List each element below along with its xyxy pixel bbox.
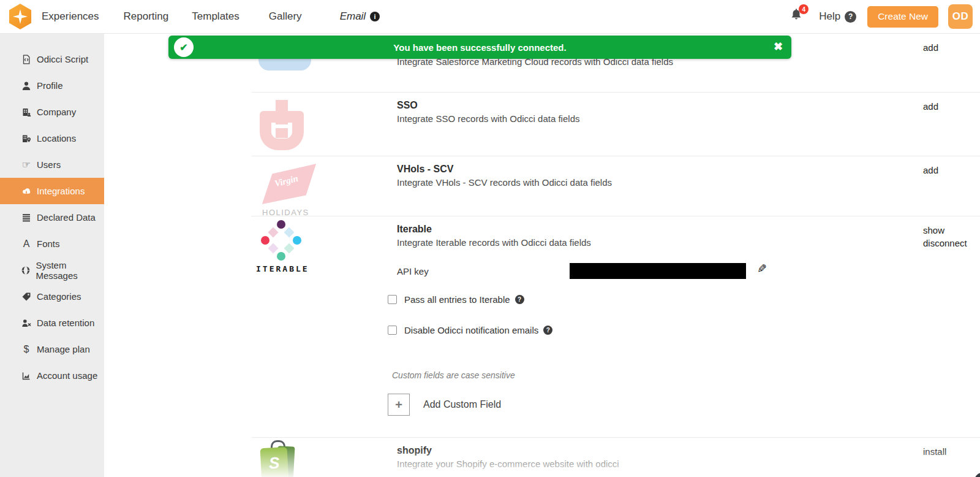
sidebar-label: Company: [37, 107, 76, 117]
integration-row-iterable: ITERABLE Iterable Integrate Iterable rec…: [251, 216, 980, 437]
integration-row-vhols-scv: Virgin HOLIDAYS VHols - SCV Integrate VH…: [251, 156, 980, 216]
pass-entries-label: Pass all entries to Iterable: [404, 294, 510, 305]
sidebar-item-users[interactable]: ☞ Users: [0, 151, 104, 178]
account-usage-icon: [21, 371, 32, 381]
locations-icon: [21, 134, 32, 143]
script-icon: [21, 55, 32, 64]
disable-emails-checkbox-row: Disable Odicci notification emails ?: [388, 325, 552, 335]
install-link[interactable]: install: [923, 446, 946, 457]
sidebar-item-fonts[interactable]: A Fonts: [0, 231, 104, 257]
close-icon[interactable]: ✖: [774, 41, 783, 52]
sidebar-label: Data retention: [37, 318, 94, 328]
sidebar-label: Locations: [37, 133, 76, 143]
notifications-button[interactable]: 4: [790, 8, 803, 25]
notification-badge: 4: [799, 4, 809, 14]
disable-emails-checkbox[interactable]: [388, 326, 397, 335]
question-icon[interactable]: ?: [543, 326, 552, 335]
declared-data-icon: [21, 213, 32, 223]
create-new-button[interactable]: Create New: [867, 6, 938, 28]
add-custom-field-label: Add Custom Field: [423, 399, 501, 410]
disable-emails-label: Disable Odicci notification emails: [404, 325, 538, 335]
plus-icon: +: [388, 394, 410, 416]
sidebar-item-company[interactable]: Company: [0, 99, 104, 125]
shopify-logo-letter: S: [268, 454, 280, 473]
virgin-holidays-logo: Virgin HOLIDAYS: [258, 162, 326, 219]
sidebar-item-system-messages[interactable]: System Messages: [0, 257, 104, 283]
iterable-logo-shape: [284, 227, 295, 238]
add-link[interactable]: add: [923, 42, 938, 53]
integration-description: Integrate your Shopify e-commerce websit…: [397, 459, 619, 469]
integration-title: VHols - SCV: [397, 164, 453, 175]
integration-row-shopify: S shopify Integrate your Shopify e-comme…: [251, 437, 980, 477]
add-custom-field-button[interactable]: + Add Custom Field: [388, 394, 501, 416]
system-messages-icon: [21, 265, 31, 275]
pass-entries-checkbox[interactable]: [388, 295, 397, 304]
integration-title: SSO: [397, 100, 418, 111]
sso-logo-shape: [276, 128, 288, 138]
logo-star-icon: [13, 9, 28, 24]
integrations-icon: [21, 186, 32, 196]
api-key-value-redacted: [570, 263, 746, 279]
case-sensitive-note: Custom fields are case sensitive: [392, 370, 515, 380]
sidebar: Odicci Script Profile Company Locations …: [0, 34, 104, 477]
categories-icon: [21, 292, 32, 302]
bell-icon: [790, 14, 803, 25]
manage-plan-icon: $: [21, 345, 32, 354]
nav-item-experiences[interactable]: Experiences: [42, 10, 99, 23]
sidebar-item-data-retention[interactable]: Data retention: [0, 310, 104, 336]
api-key-label: API key: [397, 266, 429, 277]
odicci-logo-icon: [7, 4, 33, 29]
iterable-logo-shape: [284, 243, 295, 254]
sidebar-label: Manage plan: [37, 344, 90, 354]
show-link[interactable]: show: [923, 225, 944, 235]
success-banner: ✔ You have been successfully connected. …: [168, 36, 791, 59]
sidebar-item-manage-plan[interactable]: $ Manage plan: [0, 336, 104, 362]
nav-item-email[interactable]: Email i: [340, 10, 380, 23]
integration-title: shopify: [397, 445, 432, 456]
app-window: Experiences Reporting Templates Gallery …: [0, 0, 980, 477]
nav-item-reporting[interactable]: Reporting: [124, 10, 169, 23]
help-button[interactable]: Help ?: [819, 10, 856, 23]
integration-description: Integrate Iterable records with Odicci d…: [397, 237, 591, 248]
header-right: 4 Help ? Create New OD: [790, 4, 980, 29]
info-icon[interactable]: i: [370, 12, 380, 21]
sidebar-label: Profile: [37, 80, 63, 91]
add-link[interactable]: add: [923, 165, 938, 175]
sidebar-label: Declared Data: [37, 212, 96, 223]
integration-title: Iterable: [397, 224, 432, 235]
fonts-icon: A: [21, 239, 32, 249]
sidebar-item-account-usage[interactable]: Account usage: [0, 362, 104, 389]
iterable-logo: ITERABLE: [261, 220, 316, 275]
sidebar-label: System Messages: [36, 260, 104, 281]
integration-row-sso: SSO Integrate SSO records with Odicci da…: [251, 92, 980, 156]
iterable-logo-shape: [268, 227, 279, 238]
iterable-logo-dot: [277, 252, 285, 261]
iterable-logo-dot: [293, 236, 301, 245]
sso-logo: [260, 100, 304, 151]
sidebar-item-odicci-script[interactable]: Odicci Script: [0, 46, 104, 72]
iterable-logo-dot: [277, 220, 285, 229]
sidebar-label: Integrations: [37, 186, 85, 196]
sidebar-item-categories[interactable]: Categories: [0, 283, 104, 310]
success-message: You have been successfully connected.: [168, 42, 791, 53]
question-icon[interactable]: ?: [515, 295, 524, 304]
edit-pencil-icon[interactable]: ✎: [757, 262, 767, 276]
iterable-logo-dot: [261, 236, 270, 245]
nav-item-templates[interactable]: Templates: [192, 10, 239, 23]
sidebar-item-integrations[interactable]: Integrations: [0, 178, 104, 204]
user-avatar[interactable]: OD: [948, 4, 973, 29]
pass-entries-checkbox-row: Pass all entries to Iterable ?: [388, 294, 524, 305]
integration-description: Integrate VHols - SCV records with Odicc…: [397, 177, 612, 188]
sidebar-item-locations[interactable]: Locations: [0, 125, 104, 151]
help-question-icon: ?: [845, 11, 856, 23]
disconnect-link[interactable]: disconnect: [923, 238, 967, 248]
sidebar-label: Categories: [37, 291, 81, 302]
sidebar-item-profile[interactable]: Profile: [0, 72, 104, 99]
iterable-logo-word: ITERABLE: [256, 264, 309, 273]
sidebar-item-declared-data[interactable]: Declared Data: [0, 204, 104, 231]
success-check-icon: ✔: [174, 37, 194, 57]
sidebar-label: Account usage: [37, 370, 97, 381]
nav-item-gallery[interactable]: Gallery: [269, 10, 302, 23]
iterable-logo-shape: [268, 243, 279, 254]
add-link[interactable]: add: [923, 101, 938, 112]
